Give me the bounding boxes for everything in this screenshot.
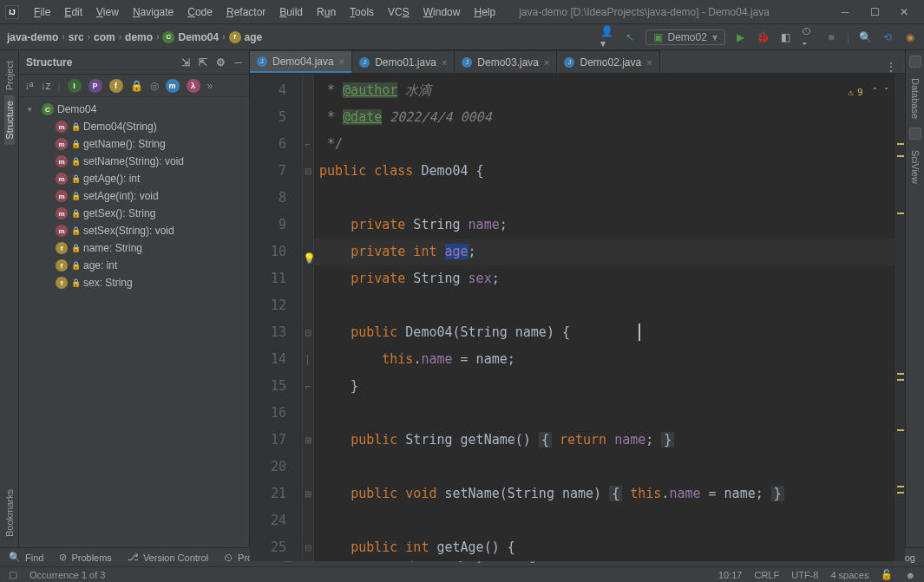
menu-refactor[interactable]: Refactor [220, 3, 272, 21]
code-editor[interactable]: ⚠ 9 ˆ ˇ * @author 水滴 * @date 2022/4/4 00… [314, 74, 905, 561]
editor-tab[interactable]: Demo01.java× [352, 50, 455, 73]
fold-mark[interactable]: ⊞ [303, 427, 313, 454]
tree-member[interactable]: 🔒setName(String): void [19, 153, 249, 170]
gear-icon[interactable]: ⚙ [216, 56, 226, 69]
fold-mark[interactable]: ⊞ [303, 481, 313, 507]
sort-visibility-icon[interactable]: ↓z [40, 80, 50, 92]
crumb-com[interactable]: com [94, 31, 115, 43]
tool-find[interactable]: 🔍 Find [9, 552, 43, 563]
crumb-class[interactable]: Demo04 [162, 31, 219, 43]
sync-icon[interactable]: ⟲ [881, 30, 895, 44]
menu-vcs[interactable]: VCS [382, 3, 416, 21]
tabs-more-icon[interactable]: ⋮ [877, 61, 905, 73]
menu-edit[interactable]: Edit [58, 3, 88, 21]
target-icon[interactable]: ◎ [150, 80, 159, 92]
structure-tree[interactable]: ▾ Demo04 🔒Demo04(String)🔒getName(): Stri… [19, 97, 249, 547]
show-methods-icon[interactable]: m [166, 79, 180, 93]
close-tab-icon[interactable]: × [544, 57, 549, 68]
status-position[interactable]: 10:17 [718, 570, 743, 580]
stop-button[interactable]: ■ [824, 30, 838, 44]
show-properties-icon[interactable]: P [88, 79, 102, 93]
fold-gutter[interactable]: ⌐⊟⊟│⌐⊞⊞⊟ [302, 74, 314, 561]
coverage-button[interactable]: ◧ [779, 30, 793, 44]
editor-tab[interactable]: Demo02.java× [557, 50, 659, 73]
minimize-button[interactable]: ─ [837, 6, 853, 18]
editor-tab[interactable]: Demo03.java× [455, 50, 557, 73]
editor-tab[interactable]: Demo04.java× [250, 50, 352, 73]
menu-build[interactable]: Build [273, 3, 309, 21]
show-fields-icon[interactable]: f [109, 79, 123, 93]
database-icon[interactable] [909, 56, 921, 68]
tab-sciview[interactable]: SciView [910, 145, 921, 189]
fold-mark[interactable]: ⌐ [303, 373, 313, 400]
menu-view[interactable]: View [90, 3, 125, 21]
status-eol[interactable]: CRLF [754, 570, 779, 580]
error-stripe[interactable] [895, 74, 905, 561]
tree-member[interactable]: 🔒setAge(int): void [19, 187, 249, 205]
tree-member[interactable]: 🔒getName(): String [19, 135, 249, 153]
search-icon[interactable]: 🔍 [858, 30, 872, 44]
crumb-project[interactable]: java-demo [7, 31, 58, 43]
debug-button[interactable]: 🐞 [757, 30, 770, 44]
tab-project[interactable]: Project [4, 56, 15, 95]
tab-database[interactable]: Database [910, 73, 921, 124]
status-face-icon[interactable]: ☻ [905, 570, 915, 580]
close-button[interactable]: ✕ [896, 6, 912, 18]
fold-mark[interactable]: ⊟ [303, 534, 313, 561]
crumb-demo[interactable]: demo [125, 31, 153, 43]
status-encoding[interactable]: UTF-8 [791, 570, 818, 580]
run-button[interactable]: ▶ [734, 30, 748, 44]
maximize-button[interactable]: ☐ [867, 6, 882, 18]
close-tab-icon[interactable]: × [442, 57, 447, 68]
inspection-badge[interactable]: ⚠ 9 ˆ ˇ [848, 79, 889, 106]
ide-icon[interactable]: ◉ [903, 30, 917, 44]
menu-run[interactable]: Run [311, 3, 342, 21]
back-icon[interactable]: ↖ [623, 30, 637, 44]
menu-file[interactable]: File [28, 3, 56, 21]
expand-icon[interactable]: ⇲ [181, 56, 190, 69]
close-tab-icon[interactable]: × [646, 57, 652, 68]
menu-code[interactable]: Code [181, 3, 219, 21]
tool-vcs[interactable]: ⎇ Version Control [128, 552, 208, 563]
tree-member[interactable]: 🔒name: String [19, 239, 249, 257]
fold-mark[interactable]: │ [303, 346, 313, 373]
sciview-icon[interactable] [909, 128, 921, 140]
tree-member[interactable]: 🔒age: int [19, 257, 249, 274]
crumb-src[interactable]: src [69, 31, 84, 43]
status-tool-icon[interactable]: ▢ [9, 569, 17, 580]
menu-tools[interactable]: Tools [344, 3, 380, 21]
user-icon[interactable]: 👤▾ [600, 30, 614, 44]
tree-member[interactable]: 🔒Demo04(String) [19, 118, 249, 135]
status-indent[interactable]: 4 spaces [830, 570, 868, 580]
tool-problems[interactable]: ⊘ Problems [59, 552, 111, 563]
run-config-select[interactable]: ▣Demo02▾ [645, 29, 725, 45]
hide-icon[interactable]: ─ [234, 56, 242, 69]
menu-help[interactable]: Help [468, 3, 501, 21]
fold-mark [303, 185, 313, 212]
java-file-icon [462, 57, 472, 68]
menu-navigate[interactable]: Navigate [127, 3, 180, 21]
tree-member[interactable]: 🔒sex: String [19, 274, 249, 291]
class-icon [162, 31, 174, 43]
tab-bookmarks[interactable]: Bookmarks [4, 484, 15, 542]
tab-structure[interactable]: Structure [4, 95, 15, 145]
close-tab-icon[interactable]: × [339, 56, 344, 67]
menu-window[interactable]: Window [417, 3, 467, 21]
crumb-field[interactable]: age [229, 31, 263, 43]
fold-mark[interactable]: ⊟ [303, 319, 313, 346]
tree-member[interactable]: 🔒getSex(): String [19, 205, 249, 222]
tree-member[interactable]: 🔒setSex(String): void [19, 222, 249, 239]
collapse-icon[interactable]: ⇱ [199, 56, 207, 69]
more-icon[interactable]: » [207, 80, 213, 92]
fold-mark[interactable]: ⌐ [303, 131, 313, 158]
status-readonly-icon[interactable]: 🔓 [881, 569, 893, 580]
show-interfaces-icon[interactable]: I [68, 79, 82, 93]
lock-icon[interactable]: 🔒 [130, 80, 143, 92]
tree-root[interactable]: ▾ Demo04 [19, 101, 249, 118]
line-gutter[interactable]: 45678910💡1112131415161720212425 [250, 74, 302, 561]
sort-alpha-icon[interactable]: ↓ª [24, 80, 33, 92]
tree-member[interactable]: 🔒getAge(): int [19, 170, 249, 187]
show-lambda-icon[interactable]: λ [187, 79, 200, 93]
fold-mark[interactable]: ⊟ [303, 158, 313, 185]
profiler-button[interactable]: ⏲▾ [802, 30, 816, 44]
